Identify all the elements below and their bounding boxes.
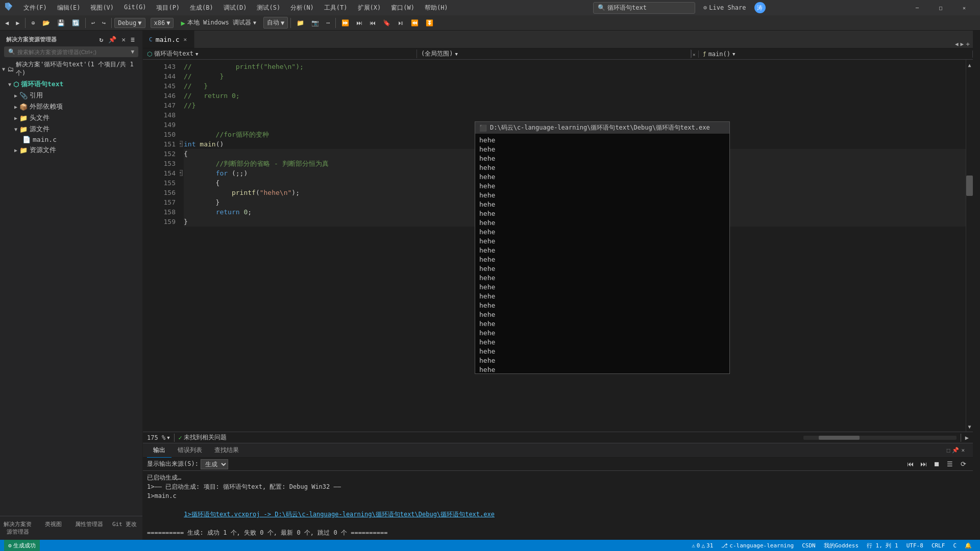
menu-git[interactable]: Git(G)	[119, 2, 151, 14]
branch-item[interactable]: ⎇ c-language-learning	[717, 540, 798, 551]
debug-btn-1[interactable]: ⏩	[338, 18, 352, 28]
footer-tab-class[interactable]: 类视图	[36, 518, 71, 538]
tree-resources[interactable]: ▶ 📁 资源文件	[0, 144, 142, 156]
scrollbar-down[interactable]: ▼	[966, 421, 973, 432]
debug-btn-2[interactable]: ⏭	[353, 18, 365, 28]
minimize-button[interactable]: ─	[905, 0, 929, 15]
error-count-item[interactable]: ⚠ 0 △ 31	[688, 540, 717, 551]
fold-button-151[interactable]: ─	[180, 141, 183, 147]
title-search-box[interactable]: 🔍 循环语句text	[593, 2, 695, 14]
debug-btn-4[interactable]: 🔖	[380, 18, 394, 28]
language-item[interactable]: C	[949, 540, 961, 551]
sidebar-search-box[interactable]: 🔍 ▼	[4, 46, 138, 57]
line-col-item[interactable]: 行 1, 列 1	[863, 540, 902, 551]
menu-view[interactable]: 视图(V)	[85, 2, 119, 14]
back-button[interactable]: ◀	[2, 18, 12, 28]
platform-dropdown[interactable]: x86 ▼	[151, 18, 174, 28]
forward-button[interactable]: ▶	[13, 18, 22, 28]
user-item[interactable]: 我的Goddess	[820, 540, 863, 551]
tab-add-icon[interactable]: +	[966, 40, 970, 48]
tab-scroll-left-icon[interactable]: ◀	[955, 41, 959, 47]
menu-project[interactable]: 项目(P)	[151, 2, 185, 14]
tab-scroll-right-icon[interactable]: ▶	[961, 41, 964, 47]
panel-btn-2[interactable]: ⏭	[918, 459, 929, 469]
maximize-button[interactable]: □	[929, 0, 952, 15]
output-link[interactable]: 1>循环语句text.vcxproj -> D:\码云\c-language-l…	[184, 511, 495, 518]
folder-view-button[interactable]: 📁	[293, 18, 307, 28]
menu-edit[interactable]: 编辑(E)	[52, 2, 86, 14]
zoom-level-item[interactable]: 175 % ▼	[147, 434, 170, 441]
tree-sources[interactable]: ▼ 📁 源文件	[0, 123, 142, 135]
panel-pin-icon[interactable]: 📌	[952, 447, 959, 454]
notifications-item[interactable]: 🔔	[961, 540, 976, 551]
sidebar-pin-icon[interactable]: 📌	[107, 35, 118, 44]
config-dropdown[interactable]: Debug ▼	[114, 18, 145, 28]
h-scrollbar[interactable]	[803, 436, 957, 440]
csdn-item[interactable]: CSDN	[798, 540, 820, 551]
panel-tab-find[interactable]: 查找结果	[208, 443, 245, 458]
sidebar-close-icon[interactable]: ✕	[120, 35, 127, 44]
publish-button[interactable]: 🔃	[69, 18, 83, 28]
panel-btn-3[interactable]: ⏹	[931, 459, 942, 469]
file-scope-dropdown[interactable]: ⬡ 循环语句text ▼	[143, 49, 417, 58]
panel-tab-output[interactable]: 输出	[147, 443, 172, 458]
debug-btn-7[interactable]: ⏬	[423, 18, 436, 28]
footer-tab-solution[interactable]: 解决方案资源管理器	[0, 518, 36, 538]
func-scope-dropdown[interactable]: ƒ main() ▼	[698, 51, 973, 58]
problem-status-item[interactable]: ✓ 未找到相关问题	[179, 433, 227, 442]
panel-tab-errors[interactable]: 错误列表	[172, 443, 208, 458]
output-source-dropdown[interactable]: 生成	[201, 459, 228, 469]
scope-close-btn[interactable]: ✕	[691, 50, 698, 58]
h-scrollbar-thumb[interactable]	[819, 436, 860, 440]
panel-btn-1[interactable]: ⏮	[904, 459, 916, 469]
scrollbar-up[interactable]: ▲	[966, 60, 973, 70]
sidebar-search-input[interactable]	[17, 49, 129, 55]
panel-float-icon[interactable]: ⬚	[947, 447, 950, 454]
auto-dropdown[interactable]: 自动 ▼	[263, 17, 288, 29]
menu-tools[interactable]: 工具(T)	[319, 2, 353, 14]
editor-vscrollbar[interactable]: ▲ ▼	[966, 60, 973, 432]
tree-references[interactable]: ▶ 📎 引用	[0, 90, 142, 101]
tab-close-icon[interactable]: ✕	[183, 36, 188, 43]
new-solution-button[interactable]: ⊕	[28, 18, 38, 28]
footer-tab-props[interactable]: 属性管理器	[71, 518, 107, 538]
terminal-content[interactable]: hehehehehehehehehehehehehehehehehehehehe…	[475, 134, 729, 373]
open-button[interactable]: 📂	[39, 18, 53, 28]
menu-window[interactable]: 窗口(W)	[386, 2, 420, 14]
redo-button[interactable]: ↪	[99, 18, 109, 28]
panel-btn-5[interactable]: ⟳	[958, 459, 969, 469]
panel-close-icon[interactable]: ✕	[961, 447, 965, 454]
tree-extdeps[interactable]: ▶ 📦 外部依赖项	[0, 101, 142, 112]
camera-button[interactable]: 📷	[308, 18, 322, 28]
debug-btn-6[interactable]: ⏪	[408, 18, 422, 28]
fold-button-154[interactable]: ─	[180, 170, 183, 176]
close-button[interactable]: ✕	[952, 0, 976, 15]
menu-test[interactable]: 测试(S)	[252, 2, 285, 14]
tree-mainc[interactable]: 📄 main.c	[0, 135, 142, 144]
line-ending-item[interactable]: CRLF	[927, 540, 949, 551]
global-scope-dropdown[interactable]: (全局范围) ▼	[417, 49, 691, 58]
scrollbar-thumb[interactable]	[966, 176, 973, 196]
undo-button[interactable]: ↩	[88, 18, 98, 28]
debug-btn-5[interactable]: ⏯	[395, 18, 407, 28]
menu-file[interactable]: 文件(F)	[18, 2, 52, 14]
panel-btn-4[interactable]: ☰	[944, 459, 955, 469]
build-success-status[interactable]: ⚙ 生成成功	[4, 540, 40, 551]
sidebar-search-btn[interactable]: ▼	[131, 48, 134, 55]
menu-analyze[interactable]: 分析(N)	[285, 2, 319, 14]
menu-debug[interactable]: 调试(D)	[218, 2, 252, 14]
debug-btn-3[interactable]: ⏮	[366, 18, 379, 28]
sidebar-sync-icon[interactable]: ↻	[98, 35, 105, 44]
encoding-item[interactable]: UTF-8	[902, 540, 927, 551]
more-button[interactable]: ⋯	[323, 18, 333, 28]
editor-tab-mainc[interactable]: C main.c ✕	[143, 31, 194, 48]
scrollbar-right-btn[interactable]: ▶	[965, 434, 969, 441]
live-share-button[interactable]: ⊙ Live Share	[698, 2, 751, 13]
footer-tab-git[interactable]: Git 更改	[107, 518, 142, 538]
tree-solution[interactable]: ▼ 🗂 解决方案'循环语句text'(1 个项目/共 1 个)	[0, 59, 142, 79]
tree-project[interactable]: ▼ ⬡ 循环语句text	[0, 79, 142, 90]
tree-headers[interactable]: ▶ 📁 头文件	[0, 112, 142, 123]
sidebar-menu-icon[interactable]: ≡	[129, 35, 136, 44]
menu-help[interactable]: 帮助(H)	[420, 2, 453, 14]
save-all-button[interactable]: 💾	[54, 18, 68, 28]
